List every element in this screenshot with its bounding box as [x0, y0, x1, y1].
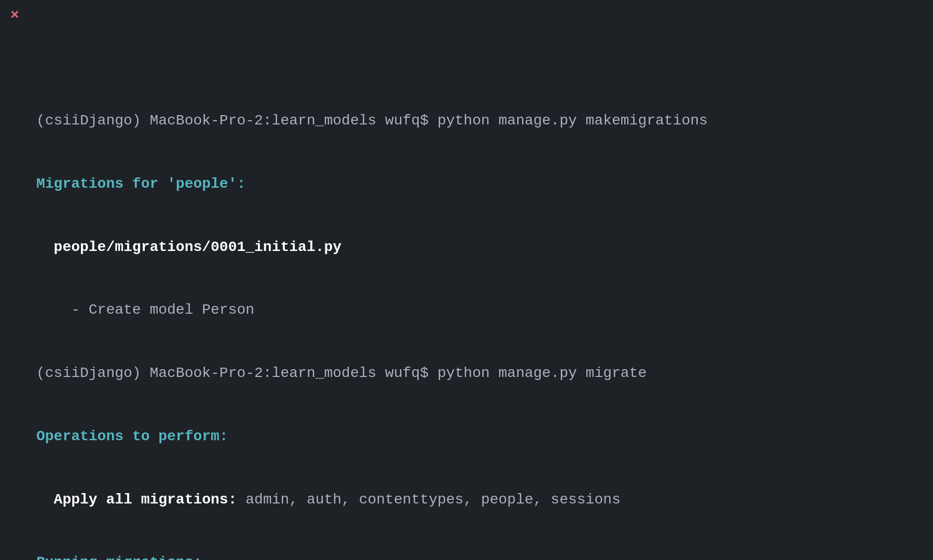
terminal-line-3: people/migrations/0001_initial.py — [36, 237, 923, 258]
terminal-line-1: (csiiDjango) MacBook-Pro-2:learn_models … — [36, 110, 923, 132]
terminal-line-7: Apply all migrations: admin, auth, conte… — [36, 489, 923, 511]
migrations-list: admin, auth, contenttypes, people, sessi… — [237, 492, 620, 508]
running-migrations-header: Running migrations: — [36, 554, 202, 560]
terminal-line-6: Operations to perform: — [36, 426, 923, 447]
apply-all-label: Apply all migrations: — [54, 492, 237, 508]
terminal-window: × (csiiDjango) MacBook-Pro-2:learn_model… — [10, 5, 923, 560]
close-button[interactable]: × — [10, 5, 19, 26]
migration-file: people/migrations/0001_initial.py — [36, 239, 341, 255]
terminal-line-5: (csiiDjango) MacBook-Pro-2:learn_models … — [36, 363, 923, 384]
terminal-line-8: Running migrations: — [36, 552, 923, 560]
migrations-header: Migrations for 'people': — [36, 176, 245, 192]
terminal-line-2: Migrations for 'people': — [36, 174, 923, 195]
terminal-line-4: - Create model Person — [36, 300, 923, 321]
operations-header: Operations to perform: — [36, 428, 228, 444]
